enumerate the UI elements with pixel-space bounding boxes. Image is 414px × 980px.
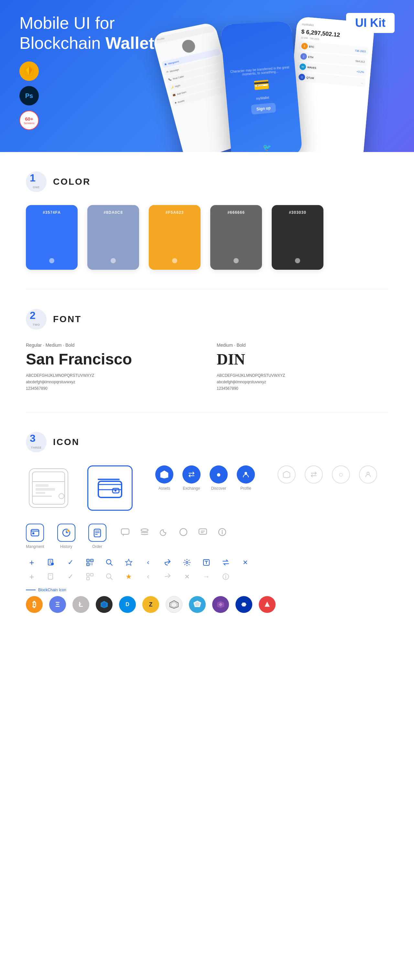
svg-rect-55 — [91, 565, 91, 565]
discover-label: Discover — [211, 486, 226, 491]
svg-rect-50 — [88, 560, 88, 561]
ui-kit-badge: UI Kit — [346, 13, 395, 33]
icon-order: Order — [88, 523, 107, 549]
icon-exchange-outline: ⇄ — [305, 465, 323, 484]
screens-badge: 60+ Screens — [19, 111, 39, 130]
profile-outline-icon — [359, 465, 377, 484]
qr-icon — [84, 557, 96, 568]
font-din-style: Medium · Bold — [217, 342, 388, 348]
discover-icon: ● — [210, 465, 228, 484]
swatch-dark: #303030 — [272, 205, 323, 270]
svg-point-20 — [367, 472, 369, 474]
color-number-circle: 1 ONE — [26, 172, 46, 192]
icon-section: 3 THREE ICON — [0, 412, 414, 632]
font-sf-style: Regular · Medium · Bold — [26, 342, 197, 348]
sketch-badge — [19, 62, 39, 81]
order-icon — [88, 523, 107, 542]
upload-icon — [201, 557, 212, 568]
svg-marker-16 — [161, 471, 168, 478]
phone-center: Character may be transferred in the grea… — [220, 21, 303, 152]
color-title: COLOR — [53, 177, 91, 187]
swatch-dot — [172, 258, 177, 263]
font-sf-name: San Francisco — [26, 350, 197, 368]
check-icon: ✓ — [65, 557, 76, 568]
assets-label: Assets — [158, 486, 170, 491]
discover-outline-icon: ○ — [332, 465, 350, 484]
star-active-icon: ★ — [123, 571, 135, 582]
svg-rect-56 — [92, 565, 92, 565]
arrow-right-gray-icon: → — [201, 571, 212, 582]
plus-icon: + — [26, 557, 38, 568]
font-section: 2 TWO FONT Regular · Medium · Bold San F… — [0, 290, 414, 412]
hero-section: Mobile UI for Blockchain Wallet UI Kit P… — [0, 0, 414, 152]
layers-icon — [139, 526, 150, 538]
svg-rect-36 — [199, 529, 207, 534]
icon-profile: Profile — [237, 465, 255, 491]
zcash-icon: Z — [142, 596, 159, 613]
font-section-header: 2 TWO FONT — [26, 309, 388, 329]
history-label: History — [60, 544, 72, 549]
svg-point-60 — [186, 562, 188, 563]
icon-profile-outline — [359, 465, 377, 484]
icon-discover: ● Discover — [210, 465, 228, 491]
litecoin-icon: Ł — [72, 596, 89, 613]
polygon-icon — [236, 596, 252, 613]
swatch-orange: #F5A623 — [149, 205, 201, 270]
svg-point-35 — [180, 528, 187, 536]
exchange-outline-icon: ⇄ — [305, 465, 323, 484]
badges-group: Ps 60+ Screens — [19, 62, 39, 130]
svg-point-41 — [221, 530, 223, 531]
exchange-label: Exchange — [183, 486, 200, 491]
svg-rect-54 — [92, 563, 92, 564]
assets-outline-icon — [277, 465, 296, 484]
svg-rect-66 — [87, 578, 89, 580]
font-din: Medium · Bold DIN ABCDEFGHIJKLMNOPQRSTUV… — [217, 342, 388, 393]
svg-rect-53 — [91, 563, 91, 564]
avax-icon — [259, 596, 275, 613]
swatch-dot — [111, 258, 116, 263]
management-label: Mangment — [26, 544, 44, 549]
font-title: FONT — [53, 314, 81, 325]
svg-rect-21 — [31, 530, 39, 536]
icon-assets: Assets — [155, 465, 174, 491]
color-swatches-group: #3574FA #8DA0C8 #F5A623 #666666 #303030 — [26, 205, 388, 270]
svg-point-34 — [141, 529, 148, 531]
font-sf-upper: ABCDEFGHIJKLMNOPQRSTUVWXYZ — [26, 373, 197, 378]
ethereum-icon: Ξ — [49, 596, 66, 613]
chat-icon — [119, 526, 131, 538]
share-icon — [162, 557, 174, 568]
svg-point-28 — [67, 530, 70, 532]
swatch-dot — [295, 258, 300, 263]
icon-assets-outline — [277, 465, 296, 484]
waves-icon — [189, 596, 206, 613]
close-gray-icon: ✕ — [181, 571, 193, 582]
color-section: 1 ONE COLOR #3574FA #8DA0C8 #F5A623 #666… — [0, 152, 414, 289]
icon-history: History — [57, 523, 75, 549]
svg-rect-46 — [51, 563, 54, 565]
font-grid: Regular · Medium · Bold San Francisco AB… — [26, 342, 388, 393]
swatch-dot — [49, 258, 54, 263]
swatch-blue: #3574FA — [26, 205, 78, 270]
svg-line-58 — [110, 563, 112, 565]
icon-wallet-blue — [88, 465, 132, 511]
cardano-icon — [96, 596, 113, 613]
icon-management: Mangment — [26, 523, 44, 549]
font-din-upper: ABCDEFGHIJKLMNOPQRSTUVWXYZ — [217, 373, 388, 378]
svg-rect-64 — [87, 573, 89, 576]
svg-rect-51 — [92, 560, 92, 561]
assets-icon — [155, 465, 174, 484]
svg-rect-24 — [32, 532, 34, 534]
stellar-icon — [166, 596, 182, 613]
swatch-gray-blue: #8DA0C8 — [88, 205, 139, 270]
font-din-name: DIN — [217, 350, 388, 368]
svg-line-68 — [110, 578, 112, 579]
document-icon — [45, 557, 57, 568]
search-gray-icon — [104, 571, 115, 582]
svg-rect-8 — [36, 484, 49, 487]
svg-rect-62 — [48, 573, 53, 579]
management-icon — [26, 523, 44, 542]
nano-icon — [212, 596, 229, 613]
hero-title: Mobile UI for Blockchain Wallet — [19, 13, 175, 53]
icon-section-header: 3 THREE ICON — [26, 432, 388, 452]
font-sf-lower: abcdefghijklmnopqrstuvwxyz — [26, 380, 197, 384]
